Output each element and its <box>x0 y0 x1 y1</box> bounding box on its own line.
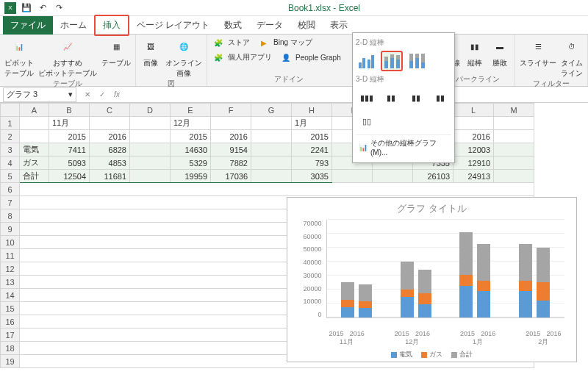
chart-100-stacked-column[interactable] <box>406 51 428 71</box>
group-label-addins: アドイン <box>212 74 365 85</box>
name-box[interactable]: グラフ 3▾ <box>3 87 76 102</box>
ribbon: 📊ピボット テーブル 📈おすすめ ピボットテーブル ▦テーブル テーブル 🖼画像… <box>0 34 588 87</box>
col-M[interactable]: M <box>494 104 534 117</box>
people-graph-button[interactable]: 👤People Graph <box>279 51 341 64</box>
sparkline-winloss-button[interactable]: ▬勝敗 <box>490 36 510 68</box>
recommended-pivot-button[interactable]: 📈おすすめ ピボットテーブル <box>38 36 97 79</box>
menu-section-3d: 3-D 縦棒 <box>356 74 451 85</box>
chart-3d-clustered[interactable]: ▮▮▮ <box>356 87 378 108</box>
chevron-down-icon: ▾ <box>68 90 73 99</box>
chart-title[interactable]: グラフ タイトル <box>287 202 576 215</box>
tab-formula[interactable]: 数式 <box>217 16 249 35</box>
plot-area <box>326 220 564 318</box>
formula-bar: グラフ 3▾ ✕ ✓ fx <box>0 87 588 103</box>
tab-view[interactable]: 表示 <box>323 16 355 35</box>
svg-rect-9 <box>390 58 394 68</box>
online-image-button[interactable]: 🌐オンライン 画像 <box>165 36 202 79</box>
tab-home[interactable]: ホーム <box>53 16 94 35</box>
ribbon-group-filter: ☰スライサー ⏱タイム ライン フィルター <box>515 35 588 86</box>
svg-rect-8 <box>384 57 388 61</box>
tab-file[interactable]: ファイル <box>3 16 53 35</box>
group-label-filter: フィルター <box>520 79 583 89</box>
tab-insert[interactable]: 挿入 <box>94 15 129 36</box>
tab-review[interactable]: 校閲 <box>290 16 323 35</box>
window-title: Book1.xlsx - Excel <box>65 3 584 13</box>
col-C[interactable]: C <box>90 104 130 117</box>
ribbon-group-images: 🖼画像 🌐オンライン 画像 図 <box>136 35 207 86</box>
y-axis: 700006000050000400003000020000100000 <box>300 220 325 318</box>
bing-maps-button[interactable]: ▶Bing マップ <box>257 36 312 49</box>
chart-3d-stacked[interactable]: ▮▮ <box>381 87 403 108</box>
col-E[interactable]: E <box>171 104 211 117</box>
pivot-table-button[interactable]: 📊ピボット テーブル <box>4 36 34 79</box>
image-button[interactable]: 🖼画像 <box>140 36 161 79</box>
chart-legend: 電気 ガス 合計 <box>287 350 576 359</box>
confirm-icon[interactable]: ✓ <box>97 90 107 100</box>
legend-swatch-gas <box>421 352 427 358</box>
group-label-images: 図 <box>140 79 202 89</box>
my-apps-button[interactable]: 🧩個人用アプリ <box>212 51 272 64</box>
chart-stacked-column[interactable] <box>381 51 403 71</box>
table-row: 5合計1250411681199591703630352610324913 <box>1 170 534 183</box>
redo-icon[interactable]: ↷ <box>53 2 65 14</box>
svg-rect-4 <box>362 58 365 68</box>
timeline-button[interactable]: ⏱タイム ライン <box>561 36 583 79</box>
store-button[interactable]: 🧩ストア <box>212 36 250 49</box>
title-bar: X 💾 ↶ ↷ Book1.xlsx - Excel <box>0 0 588 16</box>
svg-rect-6 <box>371 55 374 68</box>
svg-rect-10 <box>390 54 394 58</box>
col-B[interactable]: B <box>49 104 90 117</box>
bar-chart-icon: 📊 <box>359 143 368 151</box>
fx-icon[interactable]: fx <box>112 90 122 100</box>
col-F[interactable]: F <box>211 104 251 117</box>
col-A[interactable]: A <box>20 104 49 117</box>
slicer-button[interactable]: ☰スライサー <box>520 36 556 79</box>
col-H[interactable]: H <box>292 104 332 117</box>
table-button[interactable]: ▦テーブル <box>101 36 131 79</box>
excel-icon: X <box>4 2 16 14</box>
more-column-charts[interactable]: 📊その他の縦棒グラフ(M)... <box>356 134 451 159</box>
embedded-chart[interactable]: グラフ タイトル 7000060000500004000030000200001… <box>287 197 577 362</box>
chart-type-menu: 2-D 縦棒 3-D 縦棒 ▮▮▮ ▮▮ ▮▮ ▮▮ ▯▯ 📊その他の縦棒グラフ… <box>352 32 455 163</box>
chart-3d-100-stacked[interactable]: ▮▮ <box>405 87 427 108</box>
x-axis: 2015201611月2015201612月201520161月20152016… <box>314 330 576 347</box>
svg-rect-14 <box>409 61 413 68</box>
col-D[interactable]: D <box>130 104 171 117</box>
cancel-icon[interactable]: ✕ <box>82 90 93 100</box>
menu-section-2d: 2-D 縦棒 <box>356 37 451 48</box>
chart-clustered-column[interactable] <box>356 51 378 71</box>
chart-plot-area: 700006000050000400003000020000100000 <box>300 220 564 330</box>
ribbon-group-addins: 🧩ストア ▶Bing マップ 🧩個人用アプリ 👤People Graph アドイ… <box>207 35 370 86</box>
tab-page-layout[interactable]: ページ レイアウト <box>129 16 217 35</box>
tab-data[interactable]: データ <box>249 16 290 35</box>
save-icon[interactable]: 💾 <box>21 2 32 14</box>
col-G[interactable]: G <box>251 104 292 117</box>
select-all[interactable] <box>1 104 20 117</box>
chart-3d-cylinder[interactable]: ▯▯ <box>356 111 378 132</box>
ribbon-group-tables: 📊ピボット テーブル 📈おすすめ ピボットテーブル ▦テーブル テーブル <box>0 35 136 86</box>
quick-access-toolbar: X 💾 ↶ ↷ <box>4 2 65 14</box>
table-row: 6 <box>1 183 534 196</box>
sparkline-column-button[interactable]: ▮▮縦棒 <box>465 36 485 68</box>
svg-rect-7 <box>384 61 388 68</box>
chart-3d-column[interactable]: ▮▮ <box>430 87 452 108</box>
ribbon-tabs: ファイル ホーム 挿入 ページ レイアウト 数式 データ 校閲 表示 <box>0 16 588 34</box>
legend-swatch-total <box>451 352 457 358</box>
svg-rect-5 <box>368 60 370 68</box>
svg-rect-16 <box>415 58 419 68</box>
legend-swatch-elec <box>391 352 397 358</box>
svg-rect-3 <box>359 62 362 68</box>
svg-rect-11 <box>396 60 400 68</box>
svg-rect-18 <box>421 62 425 68</box>
undo-icon[interactable]: ↶ <box>37 2 49 14</box>
svg-rect-12 <box>396 55 400 60</box>
col-L[interactable]: L <box>453 104 494 117</box>
